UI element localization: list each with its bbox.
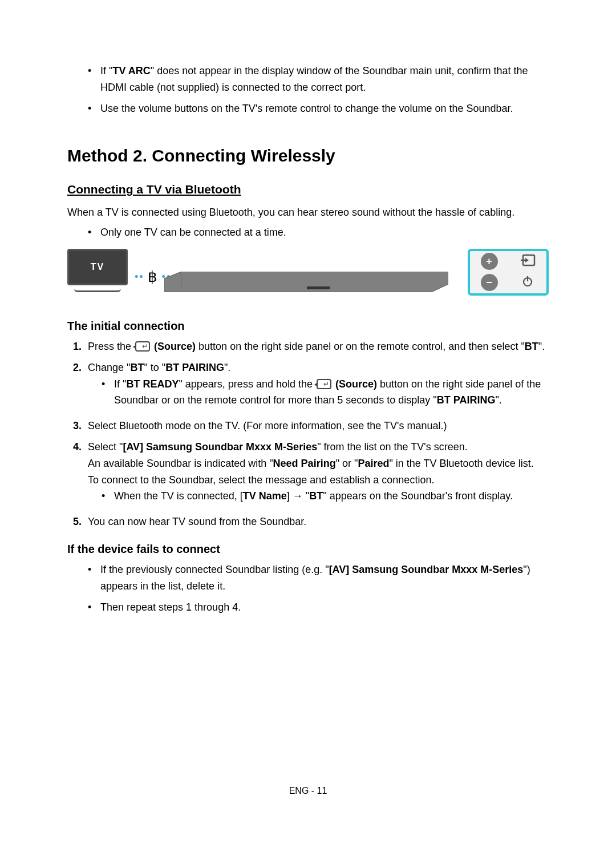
fails-list: If the previously connected Soundbar lis… xyxy=(88,562,549,615)
subsection-heading-bluetooth: Connecting a TV via Bluetooth xyxy=(67,183,549,196)
step-2-sub-list: If "BT READY" appears, press and hold th… xyxy=(102,376,549,409)
tv-illustration: TV xyxy=(67,249,128,292)
note-item: When the TV is connected, [TV Name] → "B… xyxy=(102,488,549,504)
note-item: If the previously connected Soundbar lis… xyxy=(88,562,549,595)
step-number: 3. xyxy=(73,418,88,434)
step-text: You can now hear TV sound from the Sound… xyxy=(88,514,549,530)
step-text: Change "BT" to "BT PAIRING". xyxy=(88,360,549,376)
volume-up-button[interactable]: + xyxy=(481,253,498,270)
note-text: Use the volume buttons on the TV's remot… xyxy=(100,100,549,117)
soundbar-svg xyxy=(164,272,448,292)
svg-marker-0 xyxy=(164,272,448,292)
page-footer: ENG - 11 xyxy=(0,786,616,796)
note-text: Only one TV can be connected at a time. xyxy=(100,224,549,241)
power-icon[interactable] xyxy=(522,276,533,290)
step-number: 1. xyxy=(73,338,88,355)
fails-heading: If the device fails to connect xyxy=(67,543,549,556)
note-text: When the TV is connected, [TV Name] → "B… xyxy=(114,488,549,504)
step-number: 2. xyxy=(73,360,88,413)
step-number: 5. xyxy=(73,514,88,530)
note-item: Only one TV can be connected at a time. xyxy=(88,224,549,241)
tv-screen: TV xyxy=(67,249,128,285)
top-notes-list: If "TV ARC" does not appear in the displ… xyxy=(88,63,549,116)
step-5: 5. You can now hear TV sound from the So… xyxy=(73,514,549,530)
svg-marker-4 xyxy=(525,258,529,263)
note-text: If "TV ARC" does not appear in the displ… xyxy=(100,63,549,96)
section-heading-method-2: Method 2. Connecting Wirelessly xyxy=(67,146,549,165)
bullet-dot-icon xyxy=(88,63,100,96)
volume-down-control: − xyxy=(470,272,508,293)
connection-diagram: TV ••฿•• + − xyxy=(67,249,549,302)
step-1: 1. Press the (Source) button on the righ… xyxy=(73,338,549,355)
tv-stand xyxy=(74,288,121,292)
bluetooth-icon: ฿ xyxy=(148,268,159,286)
source-control xyxy=(508,251,546,272)
steps-list: 1. Press the (Source) button on the righ… xyxy=(73,338,549,530)
step-4: 4. Select "[AV] Samsung Soundbar Mxxx M-… xyxy=(73,439,549,509)
step-4-sub-list: When the TV is connected, [TV Name] → "B… xyxy=(102,488,549,504)
bullet-dot-icon xyxy=(102,376,114,409)
svg-rect-2 xyxy=(307,286,330,289)
page: If "TV ARC" does not appear in the displ… xyxy=(0,0,616,844)
note-item: Use the volume buttons on the TV's remot… xyxy=(88,100,549,117)
bullet-dot-icon xyxy=(88,224,100,241)
tv-label: TV xyxy=(91,262,104,272)
bullet-dot-icon xyxy=(102,488,114,504)
source-icon xyxy=(135,341,150,352)
step-number: 4. xyxy=(73,439,88,509)
step-text: Select Bluetooth mode on the TV. (For mo… xyxy=(88,418,549,434)
note-text: If the previously connected Soundbar lis… xyxy=(100,562,549,595)
intro-notes-list: Only one TV can be connected at a time. xyxy=(88,224,549,241)
source-icon[interactable] xyxy=(520,254,536,269)
step-text: Press the (Source) button on the right s… xyxy=(88,338,549,355)
bullet-dot-icon xyxy=(88,562,100,595)
soundbar-controls-callout: + − xyxy=(468,249,549,296)
bullet-dot-icon xyxy=(88,599,100,616)
bullet-dot-icon xyxy=(88,100,100,117)
note-text: If "BT READY" appears, press and hold th… xyxy=(114,376,549,409)
note-item: If "TV ARC" does not appear in the displ… xyxy=(88,63,549,96)
note-item: If "BT READY" appears, press and hold th… xyxy=(102,376,549,409)
volume-down-button[interactable]: − xyxy=(481,274,498,291)
note-item: Then repeat steps 1 through 4. xyxy=(88,599,549,616)
power-control xyxy=(508,272,546,293)
volume-up-control: + xyxy=(470,251,508,272)
step-text: Select "[AV] Samsung Soundbar Mxxx M-Ser… xyxy=(88,439,549,455)
note-text: Then repeat steps 1 through 4. xyxy=(100,599,549,616)
step-text: An available Soundbar is indicated with … xyxy=(88,455,549,472)
initial-connection-heading: The initial connection xyxy=(67,320,549,333)
soundbar-illustration xyxy=(164,272,448,292)
source-icon xyxy=(317,379,331,389)
step-text: To connect to the Soundbar, select the m… xyxy=(88,472,549,488)
step-3: 3. Select Bluetooth mode on the TV. (For… xyxy=(73,418,549,434)
step-2: 2. Change "BT" to "BT PAIRING". If "BT R… xyxy=(73,360,549,413)
intro-paragraph: When a TV is connected using Bluetooth, … xyxy=(67,204,549,221)
